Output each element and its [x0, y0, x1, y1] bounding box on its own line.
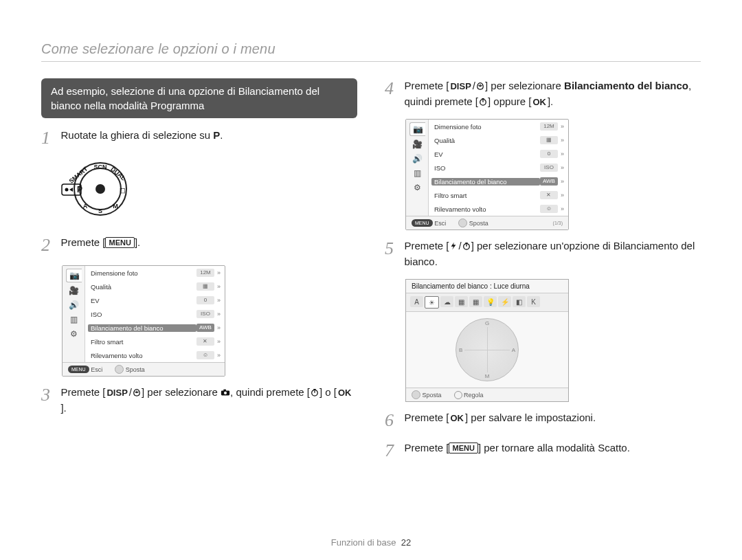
footer-section: Funzioni di base [331, 537, 396, 548]
step-number: 6 [385, 410, 401, 431]
footer-move-label: Sposta [126, 366, 145, 373]
row-value: ▦ [540, 136, 558, 144]
wb-fluorescent-l-icon: ▦ [469, 296, 482, 307]
svg-point-11 [65, 188, 69, 192]
disp-button-label: DISP [449, 80, 472, 93]
svg-text:⬚: ⬚ [120, 187, 126, 194]
menu-row: EV0» [429, 147, 568, 161]
chevron-right-icon: » [561, 150, 564, 157]
settings-tab-icon: ⚙ [409, 181, 425, 194]
mode-p-icon: P [213, 129, 220, 141]
chevron-right-icon: » [217, 269, 221, 276]
chevron-right-icon: » [217, 338, 221, 345]
axis-b: B [459, 347, 462, 353]
display-tab-icon: ▥ [66, 313, 81, 326]
sound-tab-icon: 🔊 [409, 153, 425, 165]
menu-footer: MENU Esci Sposta [63, 362, 225, 376]
wb-tungsten-icon: 💡 [484, 296, 497, 307]
zoom-icon [454, 391, 462, 399]
svg-point-15 [224, 392, 227, 394]
step-3: 3 Premete [DISP/] per selezionare , quin… [41, 385, 357, 416]
text: ] per selezionare [485, 80, 564, 91]
mode-dial-illustration: SCN DUAL ⬚ M S A SMART P [59, 158, 357, 223]
row-label: Qualità [91, 283, 196, 291]
row-label: Filtro smart [434, 192, 540, 199]
page-footer: Funzioni di base 22 [331, 537, 411, 548]
timer-icon [462, 242, 471, 250]
row-value: 0 [540, 150, 558, 158]
menu-footer: MENU Esci Sposta (1/3) [406, 216, 568, 229]
row-value: AWB [196, 324, 214, 332]
row-label: Dimensione foto [434, 123, 540, 131]
footer-page-number: 22 [401, 537, 411, 548]
menu-category-tabs: 📷 🎥 🔊 ▥ ⚙ [63, 266, 85, 362]
step-number: 3 [41, 385, 58, 405]
menu-row: Filtro smart✕» [429, 188, 568, 202]
svg-text:SCN: SCN [93, 164, 106, 170]
flash-icon [449, 242, 458, 250]
left-column: Ad esempio, selezione di una opzione di … [41, 78, 357, 471]
footer-back-label: Esci [91, 366, 102, 373]
step-7: 7 Premete [MENU] per tornare alla modali… [385, 440, 701, 461]
row-label: Dimensione foto [91, 269, 196, 277]
row-label: ISO [91, 311, 196, 318]
menu-row: Dimensione foto12M» [85, 266, 225, 280]
footer-move-label: Sposta [469, 220, 488, 227]
svg-rect-14 [223, 390, 226, 392]
row-value: ✕ [196, 337, 214, 346]
menu-row: Rilevamento volto☺» [429, 202, 568, 216]
row-value: ✕ [540, 191, 558, 199]
step-6: 6 Premete [OK] per salvare le impostazio… [385, 410, 701, 431]
page-title: Come selezionare le opzioni o i menu [41, 41, 701, 62]
chevron-right-icon: » [561, 164, 564, 171]
svg-text:M: M [113, 203, 118, 210]
menu-row-selected: Bilanciamento del biancoAWB» [85, 321, 225, 335]
row-label: Filtro smart [91, 338, 196, 346]
chevron-right-icon: » [561, 178, 564, 185]
chevron-right-icon: » [217, 311, 221, 317]
row-label: Bilanciamento del bianco [431, 178, 540, 186]
text: ] per salvare le impostazioni. [465, 412, 596, 423]
text: ] per selezionare [142, 386, 221, 398]
text: , quindi premete [ [230, 386, 310, 398]
macro-icon [475, 82, 485, 90]
wb-title: Bilanciamento del bianco : Luce diurna [406, 280, 568, 293]
row-label: ISO [434, 164, 540, 172]
svg-point-2 [96, 185, 104, 193]
text: Premete [ [60, 236, 105, 248]
chevron-right-icon: » [561, 205, 564, 212]
step-text: Premete [OK] per salvare le impostazioni… [404, 410, 699, 426]
dpad-icon [458, 219, 467, 227]
macro-icon [132, 388, 142, 396]
wb-target-circle: G M A B [456, 318, 519, 381]
text: ] per tornare alla modalità Scatto. [478, 442, 630, 453]
row-value: 0 [196, 296, 214, 304]
video-tab-icon: 🎥 [66, 284, 81, 297]
camera-menu-screen-selected: 📷 🎥 🔊 ▥ ⚙ Dimensione foto12M» Qualità▦» … [405, 119, 569, 230]
text: Premete [ [404, 442, 449, 453]
axis-a: A [512, 347, 515, 353]
row-value: ISO [196, 310, 214, 318]
step-text: Ruotate la ghiera di selezione su P. [60, 128, 356, 144]
step-text: Premete [MENU] per tornare alla modalità… [404, 440, 699, 456]
menu-row: EV0» [85, 293, 225, 307]
page-indicator: (1/3) [553, 221, 563, 225]
example-note: Ad esempio, selezione di una opzione di … [41, 78, 357, 118]
text: Premete [ [404, 80, 449, 91]
wb-auto-icon: A [410, 296, 423, 307]
menu-rows: Dimensione foto12M» Qualità▦» EV0» ISOIS… [429, 120, 568, 216]
menu-row: ISOISO» [85, 307, 225, 321]
ok-button-label: OK [531, 96, 548, 109]
svg-text:S: S [98, 208, 102, 214]
camera-tab-icon: 📷 [409, 122, 425, 136]
row-value: ISO [540, 164, 558, 172]
text: ] oppure [ [488, 96, 531, 107]
step-number: 4 [385, 78, 401, 99]
wb-flash-icon: ⚡ [498, 296, 511, 307]
wb-adjust-grid: G M A B [406, 312, 568, 388]
row-label: Qualità [434, 137, 540, 144]
settings-tab-icon: ⚙ [66, 328, 81, 340]
wb-custom-icon: ◧ [513, 296, 526, 307]
footer-back-label: Esci [434, 220, 446, 227]
menu-row-selected: Bilanciamento del biancoAWB» [429, 175, 568, 188]
